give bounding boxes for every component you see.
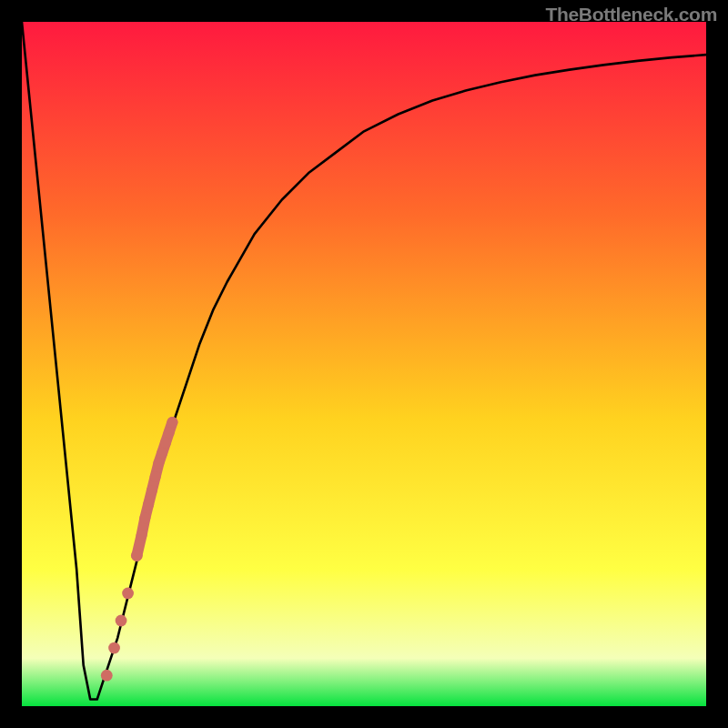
marker-dot — [101, 670, 113, 682]
marker-dot — [150, 471, 161, 482]
marker-dot — [108, 642, 120, 654]
marker-dot — [131, 550, 143, 561]
plot-area — [22, 22, 706, 706]
marker-dot — [167, 417, 177, 428]
marker-dot — [139, 512, 150, 523]
marker-dot — [157, 448, 167, 459]
marker-dot — [153, 458, 164, 469]
chart-svg — [22, 22, 706, 706]
attribution-text: TheBottleneck.com — [545, 4, 717, 25]
marker-dot — [122, 588, 134, 600]
chart-frame: TheBottleneck.com — [0, 0, 728, 728]
marker-dot — [136, 530, 147, 541]
marker-dot — [147, 485, 157, 496]
marker-dot — [164, 427, 175, 438]
marker-dot — [143, 499, 154, 510]
marker-dot — [116, 615, 127, 627]
gradient-background — [22, 22, 706, 706]
marker-dot — [160, 437, 171, 448]
